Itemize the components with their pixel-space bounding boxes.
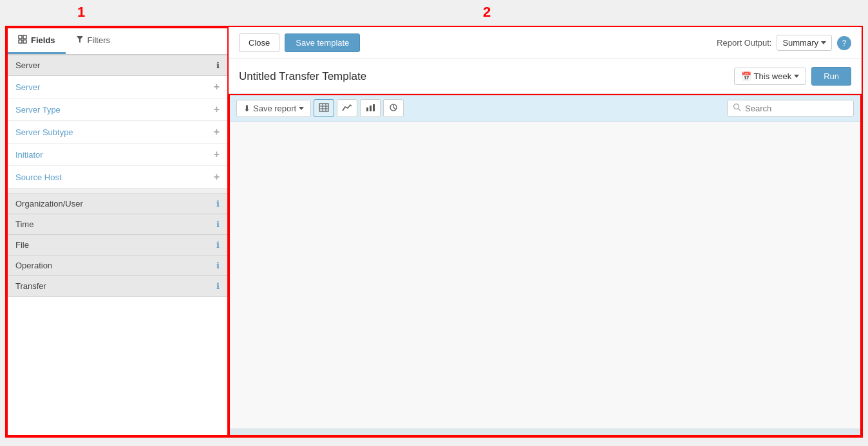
table-view-icon: [319, 103, 329, 114]
report-toolbar: ⬇ Save report: [230, 95, 860, 122]
svg-rect-10: [366, 107, 368, 111]
field-initiator-label: Initiator: [15, 150, 43, 160]
filter-operation-label: Operation: [15, 261, 52, 270]
field-server-label: Server: [15, 82, 40, 92]
save-report-chevron-icon: [299, 107, 304, 110]
filter-time-label: Time: [15, 219, 33, 229]
tab-filters-label: Filters: [88, 35, 110, 45]
filter-icon: [76, 35, 84, 45]
calendar-icon: 📅: [741, 71, 751, 81]
right-panel: Close Save template Report Output: Summa…: [229, 27, 862, 436]
filter-category-file[interactable]: File ℹ: [8, 235, 227, 256]
filter-file-help-icon[interactable]: ℹ: [216, 240, 220, 250]
server-header-label: Server: [15, 60, 40, 70]
annotation-2: 2: [483, 4, 491, 21]
line-chart-icon: [342, 103, 352, 114]
svg-point-16: [734, 104, 739, 109]
left-panel: Fields Filters Server ℹ: [6, 27, 229, 436]
filter-category-operation[interactable]: Operation ℹ: [8, 256, 227, 276]
field-item-initiator[interactable]: Initiator +: [8, 144, 227, 166]
filter-category-org-user[interactable]: Organization/User ℹ: [8, 194, 227, 214]
report-content: [230, 122, 860, 429]
help-question-icon: ?: [842, 39, 847, 48]
annotation-1: 1: [77, 4, 85, 21]
section-divider: [8, 189, 227, 194]
svg-rect-3: [23, 40, 26, 43]
svg-line-17: [739, 109, 741, 111]
report-output-select[interactable]: Summary: [777, 35, 832, 51]
field-item-source-host[interactable]: Source Host +: [8, 166, 227, 189]
search-icon: [733, 103, 741, 113]
svg-rect-12: [373, 104, 375, 111]
line-chart-view-button[interactable]: [337, 99, 357, 117]
field-server-type-plus-icon[interactable]: +: [214, 104, 220, 115]
field-item-server-subtype[interactable]: Server Subtype +: [8, 121, 227, 144]
tab-bar: Fields Filters: [8, 28, 227, 55]
field-source-host-plus-icon[interactable]: +: [214, 171, 220, 183]
search-container: [727, 100, 854, 116]
bar-chart-icon: [365, 103, 375, 114]
this-week-chevron-icon: [794, 75, 799, 78]
pie-chart-view-button[interactable]: [383, 99, 404, 117]
fields-list: Server ℹ Server + Server Type +: [8, 55, 227, 435]
field-server-subtype-label: Server Subtype: [15, 127, 73, 137]
save-report-label: Save report: [253, 104, 296, 113]
this-week-label: This week: [754, 71, 792, 81]
server-section-header: Server ℹ: [8, 55, 227, 76]
template-title-bar: Untitled Transfer Template 📅 This week R…: [229, 59, 862, 94]
filter-category-transfer[interactable]: Transfer ℹ: [8, 276, 227, 297]
field-source-host-label: Source Host: [15, 172, 62, 182]
field-server-type-label: Server Type: [15, 105, 61, 115]
report-area: ⬇ Save report: [229, 94, 862, 436]
save-report-button[interactable]: ⬇ Save report: [236, 100, 311, 117]
close-button[interactable]: Close: [239, 33, 279, 52]
filter-file-label: File: [15, 240, 29, 250]
filter-time-help-icon[interactable]: ℹ: [216, 219, 220, 229]
svg-rect-0: [19, 35, 22, 39]
field-item-server-type[interactable]: Server Type +: [8, 98, 227, 121]
filter-org-user-help-icon[interactable]: ℹ: [216, 199, 220, 209]
top-toolbar: Close Save template Report Output: Summa…: [229, 27, 862, 59]
filter-org-user-label: Organization/User: [15, 199, 83, 209]
svg-rect-2: [19, 40, 22, 43]
pie-chart-icon: [388, 103, 399, 114]
tab-fields[interactable]: Fields: [8, 28, 66, 54]
save-template-button[interactable]: Save template: [285, 33, 360, 52]
svg-line-15: [393, 107, 396, 109]
summary-chevron-icon: [821, 41, 826, 44]
svg-marker-4: [77, 36, 83, 42]
server-help-icon[interactable]: ℹ: [216, 60, 220, 70]
filter-transfer-label: Transfer: [15, 281, 46, 291]
download-icon: ⬇: [243, 104, 250, 113]
report-output-label: Report Output:: [717, 38, 771, 48]
field-item-server[interactable]: Server +: [8, 76, 227, 98]
filter-operation-help-icon[interactable]: ℹ: [216, 261, 220, 270]
template-title: Untitled Transfer Template: [239, 70, 734, 83]
summary-label: Summary: [782, 38, 818, 48]
table-view-button[interactable]: [314, 99, 334, 117]
fields-list-wrapper: Server ℹ Server + Server Type +: [8, 55, 227, 435]
tab-fields-label: Fields: [31, 35, 55, 45]
run-button[interactable]: Run: [811, 67, 851, 86]
field-server-subtype-plus-icon[interactable]: +: [214, 126, 220, 138]
svg-rect-5: [319, 104, 328, 111]
table-icon: [18, 35, 27, 46]
field-server-plus-icon[interactable]: +: [214, 81, 220, 93]
help-button[interactable]: ?: [837, 36, 851, 50]
filter-category-time[interactable]: Time ℹ: [8, 214, 227, 235]
field-initiator-plus-icon[interactable]: +: [214, 149, 220, 160]
this-week-button[interactable]: 📅 This week: [734, 68, 807, 85]
bar-chart-view-button[interactable]: [360, 99, 381, 117]
filter-transfer-help-icon[interactable]: ℹ: [216, 281, 220, 291]
search-input[interactable]: [745, 104, 848, 113]
tab-filters[interactable]: Filters: [66, 28, 120, 54]
report-scrollbar[interactable]: [230, 429, 860, 435]
svg-rect-11: [370, 106, 372, 111]
svg-rect-1: [23, 35, 26, 39]
